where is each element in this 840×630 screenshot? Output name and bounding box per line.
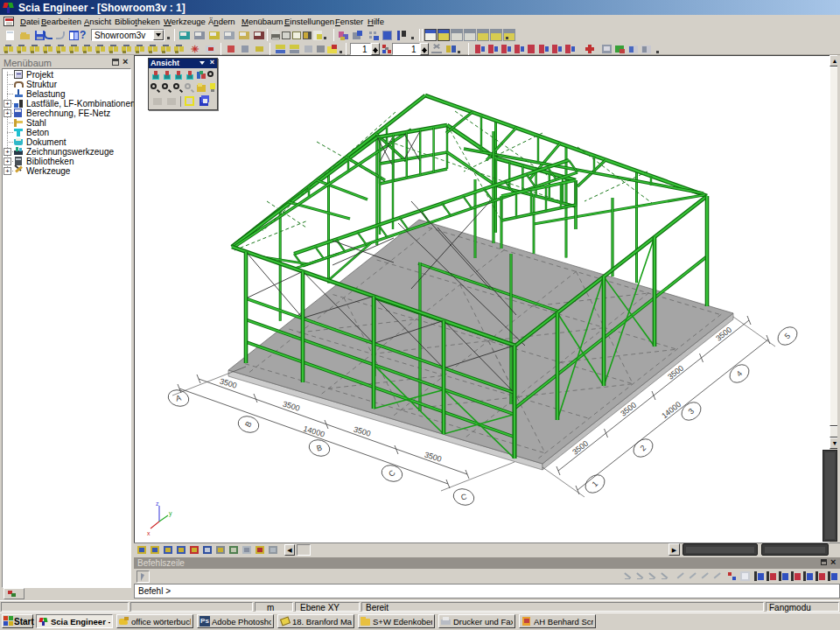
svg-text:4: 4	[735, 369, 745, 379]
svg-text:B: B	[243, 420, 254, 429]
svg-text:5: 5	[783, 332, 793, 341]
svg-text:2: 2	[639, 444, 648, 453]
svg-text:C: C	[460, 492, 468, 501]
svg-text:z: z	[156, 500, 159, 507]
svg-text:3500: 3500	[219, 376, 238, 389]
svg-text:3500: 3500	[424, 450, 443, 463]
svg-text:3500: 3500	[353, 424, 372, 438]
svg-text:y: y	[169, 510, 172, 517]
svg-text:3: 3	[687, 407, 696, 416]
svg-text:x: x	[147, 530, 150, 536]
svg-text:3500: 3500	[282, 399, 301, 412]
svg-text:1: 1	[591, 480, 600, 489]
svg-text:A: A	[175, 393, 182, 402]
svg-text:B: B	[316, 443, 323, 452]
svg-text:C: C	[387, 468, 397, 479]
